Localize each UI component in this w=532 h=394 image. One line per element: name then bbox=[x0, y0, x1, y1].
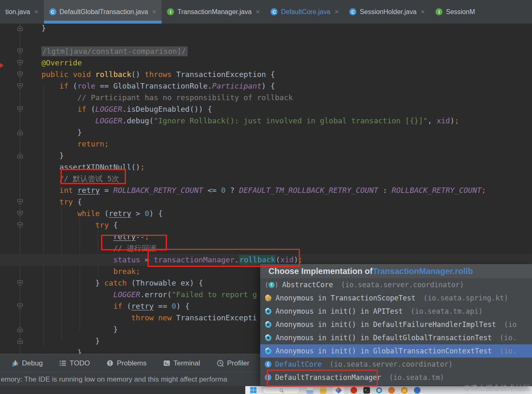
taskbar-icon-terminal[interactable]: >_ bbox=[363, 387, 370, 394]
tab-label: SessionHolder.java bbox=[360, 8, 416, 16]
fold-collapse-end-icon[interactable] bbox=[17, 25, 23, 31]
taskbar-icon-edge[interactable] bbox=[376, 387, 382, 393]
photos-icon bbox=[335, 387, 342, 394]
tab-defaultcore-java[interactable]: CDefaultCore.java× bbox=[265, 0, 344, 24]
toolwindow-label: Problems bbox=[117, 359, 147, 368]
taskbar-search-box[interactable] bbox=[263, 387, 300, 394]
taskbar-icon-folder[interactable] bbox=[320, 387, 326, 394]
implementation-item-anonymous-in-init-in-globaltransactioncontexttest[interactable]: Anonymous in init() in GlobalTransaction… bbox=[260, 344, 532, 358]
code-token: void bbox=[73, 70, 91, 79]
code-line-11: return; bbox=[0, 138, 532, 150]
code-token: throw bbox=[131, 313, 154, 322]
code-token: xid bbox=[280, 255, 294, 264]
fold-collapse-icon[interactable] bbox=[17, 83, 23, 89]
fold-collapse-icon[interactable] bbox=[17, 303, 23, 309]
code-line-19: retry--; bbox=[0, 231, 532, 243]
implementation-package: (io bbox=[504, 320, 517, 329]
tab-sessionholder-java[interactable]: CSessionHolder.java× bbox=[344, 0, 430, 24]
code-token bbox=[154, 313, 158, 322]
low-memory-message: emory: The IDE is running low on memory … bbox=[0, 375, 227, 384]
code-token: , bbox=[428, 116, 437, 125]
tab-tion-java[interactable]: tion.java× bbox=[0, 0, 44, 24]
close-icon[interactable]: × bbox=[256, 8, 260, 16]
fold-collapse-icon[interactable] bbox=[17, 72, 23, 77]
tab-defaultglobaltransaction-java[interactable]: CDefaultGlobalTransaction.java× bbox=[44, 0, 162, 24]
annotation-red-arrow bbox=[0, 63, 4, 68]
implementation-name: Anonymous in init() in DefaultFailureHan… bbox=[276, 320, 496, 329]
code-line-9: LOGGER.debug("Ignore Rollback(): just in… bbox=[0, 115, 532, 127]
fold-collapse-icon[interactable] bbox=[17, 106, 23, 112]
code-token: ( bbox=[68, 82, 77, 90]
code-token: try bbox=[59, 197, 73, 206]
code-token: retry bbox=[113, 232, 135, 241]
implementation-item-defaultcore[interactable]: CDefaultCore(io.seata.server.coordinator… bbox=[260, 358, 532, 371]
code-token: if bbox=[113, 302, 122, 310]
toolwindow-problems[interactable]: Problems bbox=[106, 359, 147, 368]
taskbar-icon-red-app[interactable] bbox=[351, 387, 357, 394]
close-icon[interactable]: × bbox=[334, 8, 339, 16]
fold-collapse-end-icon[interactable] bbox=[17, 130, 23, 135]
code-token: -- bbox=[136, 232, 145, 241]
code-line-12: } bbox=[0, 150, 532, 161]
code-token: int bbox=[59, 186, 73, 195]
toolwindow-profiler[interactable]: Profiler bbox=[217, 359, 249, 368]
taskbar-icon-orange-app[interactable] bbox=[388, 387, 395, 394]
windows-logo-icon[interactable] bbox=[250, 387, 256, 393]
toolwindow-terminal[interactable]: Terminal bbox=[163, 359, 200, 368]
code-token: rollback bbox=[239, 255, 276, 265]
fold-collapse-end-icon[interactable] bbox=[17, 327, 23, 332]
search-icon bbox=[280, 389, 283, 392]
code-token: ; bbox=[481, 186, 486, 195]
code-token: == bbox=[154, 302, 172, 310]
taskbar-icon-widget[interactable] bbox=[306, 387, 314, 394]
implementation-package: (io.seata.tm.api) bbox=[411, 307, 483, 315]
fold-collapse-icon[interactable] bbox=[17, 211, 23, 216]
implementation-name: Anonymous in init() in DefaultGlobalTran… bbox=[276, 334, 492, 342]
fold-collapse-icon[interactable] bbox=[17, 280, 23, 286]
code-token: TransactionExcepti bbox=[172, 313, 257, 322]
code-token: 0 bbox=[172, 302, 176, 310]
popup-list: (C)AbstractCore(io.seata.server.coordina… bbox=[260, 278, 532, 384]
implementation-item-anonymous-in-transactionscopetest[interactable]: Anonymous in TransactionScopeTest(io.sea… bbox=[260, 291, 532, 305]
code-token: ; bbox=[145, 232, 149, 241]
toolwindow-todo[interactable]: TODO bbox=[59, 359, 90, 368]
code-token: LOGGER bbox=[95, 116, 122, 125]
toolwindow-label: Debug bbox=[22, 359, 43, 368]
fold-collapse-icon[interactable] bbox=[17, 48, 23, 54]
tab-sessionm[interactable]: ISessionM bbox=[430, 0, 480, 24]
implementation-item-abstractcore[interactable]: (C)AbstractCore(io.seata.server.coordina… bbox=[260, 278, 532, 291]
close-icon[interactable]: × bbox=[34, 8, 39, 16]
taskbar-icon-photos-active[interactable] bbox=[333, 387, 344, 394]
code-token: } bbox=[77, 348, 82, 354]
code-token: ROLLBACK_RETRY_COUNT bbox=[113, 186, 203, 195]
implementation-item-anonymous-in-init-in-defaultglobaltransactiontest[interactable]: Anonymous in init() in DefaultGlobalTran… bbox=[260, 331, 532, 344]
code-line-2 bbox=[0, 34, 532, 46]
close-icon[interactable]: × bbox=[152, 8, 156, 16]
close-icon[interactable]: × bbox=[421, 8, 425, 16]
implementation-item-anonymous-in-init-in-defaultfailurehandlerimpltest[interactable]: Anonymous in init() in DefaultFailureHan… bbox=[260, 318, 532, 331]
code-token: ) bbox=[450, 116, 455, 125]
code-token: .debug( bbox=[122, 116, 154, 125]
code-token: ; bbox=[136, 267, 140, 276]
toolwindow-debug[interactable]: Debug bbox=[12, 359, 43, 368]
tab-label: SessionM bbox=[446, 8, 475, 16]
indent bbox=[41, 135, 77, 135]
taskbar-icon-blue-app[interactable] bbox=[414, 387, 421, 394]
implementation-item-anonymous-in-init-in-apitest[interactable]: Anonymous in init() in APITest(io.seata.… bbox=[260, 305, 532, 318]
fold-collapse-icon[interactable] bbox=[17, 199, 23, 205]
debug-icon bbox=[12, 360, 19, 367]
code-token: throws bbox=[145, 70, 172, 79]
indent bbox=[41, 297, 113, 297]
fold-collapse-icon[interactable] bbox=[17, 222, 23, 228]
fold-collapse-end-icon[interactable] bbox=[17, 153, 23, 159]
code-token: role bbox=[77, 82, 95, 90]
code-token bbox=[91, 70, 95, 79]
indent bbox=[41, 169, 59, 170]
tab-transactionmanager-java[interactable]: ITransactionManager.java× bbox=[162, 0, 265, 24]
anonymous-class-icon bbox=[265, 334, 272, 341]
implementation-item-defaulttransactionmanager[interactable]: CDefaultTransactionManager(io.seata.tm) bbox=[260, 371, 532, 384]
taskbar-icon-firefox[interactable] bbox=[401, 387, 408, 394]
fold-collapse-icon[interactable] bbox=[17, 60, 23, 66]
fold-collapse-end-icon[interactable] bbox=[17, 338, 23, 344]
code-line-1: } bbox=[0, 24, 532, 34]
